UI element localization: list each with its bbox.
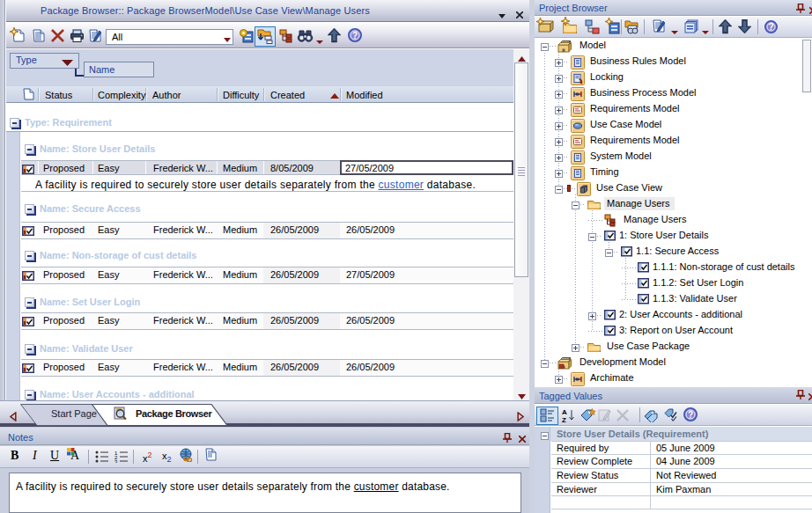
svg-text:A: A [562, 408, 567, 416]
svg-text:?: ? [688, 410, 693, 420]
svg-text:Z: Z [562, 416, 566, 422]
svg-text:?: ? [352, 31, 358, 40]
svg-text:?: ? [768, 22, 773, 32]
svg-text:3: 3 [114, 459, 118, 463]
